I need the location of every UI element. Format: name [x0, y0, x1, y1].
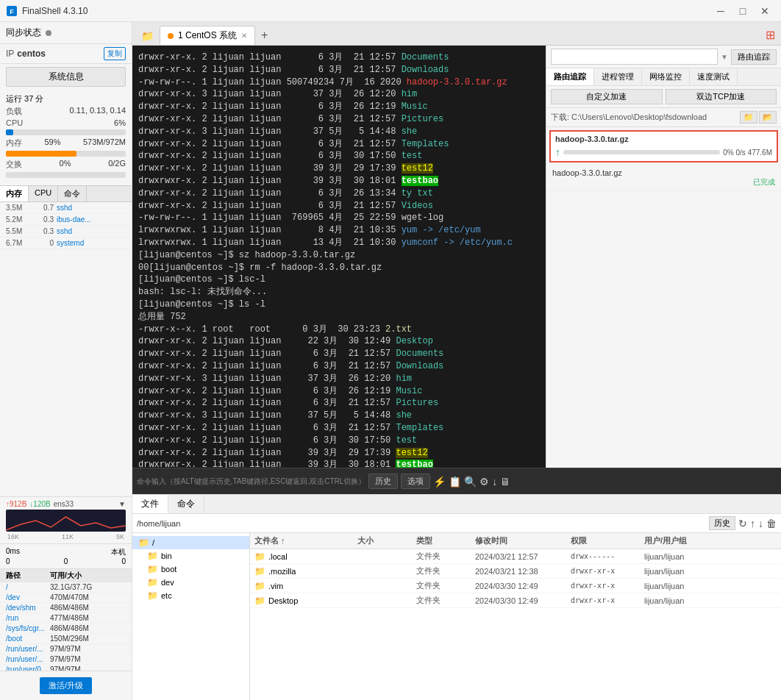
sidebar-bottom: 激活/升级 — [0, 671, 132, 700]
panel-tab-route[interactable]: 路由追踪 — [546, 68, 594, 85]
settings-icon[interactable]: ⚙ — [479, 476, 489, 488]
add-tab-button[interactable]: + — [255, 26, 274, 45]
folder-icon[interactable]: 📁 — [135, 27, 160, 45]
fb-tab-file[interactable]: 文件 — [132, 495, 168, 513]
tab-mem[interactable]: 内存 — [0, 186, 29, 201]
panel-tab-network[interactable]: 网络监控 — [642, 68, 690, 85]
network-chart — [6, 510, 126, 532]
table-row[interactable]: 📁.mozilla 文件夹 2024/03/21 12:38 drwxr-xr-… — [250, 564, 781, 579]
terminal-line: drwxr-xr-x. 2 lijuan lijuan 6 3月 26 12:1… — [138, 101, 540, 113]
col-name: 文件名 ↑ — [254, 535, 357, 546]
col-type: 类型 — [416, 535, 475, 546]
list-item: 5.5M 0.3 sshd — [0, 226, 132, 238]
maximize-button[interactable]: □ — [732, 4, 753, 18]
monitor-icon[interactable]: 🖥 — [500, 476, 510, 488]
terminal[interactable]: drwxr-xr-x. 2 lijuan lijuan 6 3月 21 12:5… — [132, 46, 546, 468]
table-row[interactable]: 📁.local 文件夹 2024/03/21 12:57 drwx------ … — [250, 549, 781, 564]
file-date: 2024/03/30 12:49 — [475, 582, 571, 590]
fb-history-button[interactable]: 历史 — [709, 516, 735, 530]
terminal-line: drwxr-xr-x. 2 lijuan lijuan 6 3月 21 12:5… — [138, 113, 540, 126]
route-trace-button[interactable]: 路由追踪 — [731, 49, 777, 65]
select-folder-button[interactable]: 📂 — [759, 111, 777, 124]
list-item: 3.5M 0.7 sshd — [0, 202, 132, 214]
history-button[interactable]: 历史 — [368, 474, 398, 489]
speed-buttons-row: 自定义加速 双边TCP加速 — [546, 86, 781, 108]
col-user: 用户/用户组 — [644, 535, 777, 546]
activate-button[interactable]: 激活/升级 — [40, 677, 92, 694]
tree-item-root[interactable]: 📁 / — [132, 536, 249, 549]
terminal-line: lrwxrwxrwx. 1 lijuan lijuan 8 4月 21 10:3… — [138, 224, 540, 237]
proc-mem: 6.7M — [6, 239, 35, 247]
terminal-line: 总用量 752 — [138, 311, 540, 324]
fb-refresh-icon[interactable]: ↻ — [738, 518, 747, 529]
disk-val: 97M/97M — [50, 665, 126, 671]
main-layout: 同步状态 IP centos 复制 系统信息 运行 37 分 负载 0.11, … — [0, 22, 781, 700]
list-item: /boot150M/296M — [0, 634, 132, 644]
cpu-progress-bar-wrap — [6, 129, 126, 135]
route-dropdown-icon: ▼ — [721, 53, 728, 61]
list-item: /dev/shm486M/486M — [0, 603, 132, 613]
panel-tab-process[interactable]: 进程管理 — [594, 68, 642, 85]
tree-item-etc[interactable]: 📁 etc — [132, 589, 249, 602]
fb-delete-icon[interactable]: 🗑 — [766, 518, 777, 529]
file-name: .local — [268, 552, 288, 561]
disk-col-path: 路径 — [6, 571, 50, 581]
open-folder-button[interactable]: 📁 — [740, 111, 757, 124]
network-stats: ↑912B ↓120B ens33 ▼ 16K 11K 5K — [0, 496, 132, 543]
route-input[interactable] — [551, 49, 718, 65]
copy-icon[interactable]: 📋 — [449, 476, 461, 488]
download-icon[interactable]: ↓ — [492, 476, 497, 488]
tcp-speed-button[interactable]: 双边TCP加速 — [666, 89, 777, 104]
file-type: 文件夹 — [416, 565, 475, 576]
tab-cpu[interactable]: CPU — [29, 186, 58, 201]
custom-speed-button[interactable]: 自定义加速 — [551, 89, 663, 104]
fb-tab-cmd[interactable]: 命令 — [168, 495, 204, 513]
load-label: 负载 — [6, 106, 22, 117]
fb-upload-icon[interactable]: ↑ — [750, 518, 755, 529]
file-user: lijuan/lijuan — [644, 582, 777, 590]
table-row[interactable]: 📁Desktop 文件夹 2024/03/30 12:49 drwxr-xr-x… — [250, 593, 781, 608]
minimize-button[interactable]: ─ — [710, 4, 731, 18]
copy-ip-button[interactable]: 复制 — [104, 47, 126, 60]
search-icon[interactable]: 🔍 — [464, 476, 477, 488]
disk-list: /32.1G/37.7G /dev470M/470M /dev/shm486M/… — [0, 582, 132, 671]
file-date: 2024/03/21 12:38 — [475, 567, 571, 576]
tree-item-boot[interactable]: 📁 boot — [132, 562, 249, 576]
tree-item-dev[interactable]: 📁 dev — [132, 576, 249, 589]
proc-name: ibus-dae... — [54, 215, 126, 224]
swap-detail: 0/2G — [108, 159, 126, 170]
grid-view-button[interactable]: ⊞ — [763, 25, 778, 45]
table-row[interactable]: 📁.vim 文件夹 2024/03/30 12:49 drwxr-xr-x li… — [250, 579, 781, 593]
terminal-line: drwxr-xr-x. 2 lijuan lijuan 6 3月 21 12:5… — [138, 397, 540, 410]
file-date: 2024/03/21 12:57 — [475, 552, 571, 561]
content-area: 📁 1 CentOS 系统 ✕ + ⊞ drwxr-xr-x. 2 lijuan… — [132, 22, 781, 700]
disk-val: 150M/296M — [50, 635, 126, 643]
select-button[interactable]: 选项 — [401, 474, 430, 489]
load-value: 0.11, 0.13, 0.14 — [70, 106, 126, 117]
tab-cmd[interactable]: 命令 — [58, 186, 87, 201]
app-title: FinalShell 4.3.10 — [22, 6, 710, 16]
folder-icon: 📁 — [147, 551, 158, 561]
terminal-line: drwxr-xr-x. 2 lijuan lijuan 6 3月 21 12:5… — [138, 64, 540, 76]
panel-tab-speed[interactable]: 速度测试 — [690, 68, 738, 85]
active-tab[interactable]: 1 CentOS 系统 ✕ — [160, 26, 255, 45]
chart-label-16k: 16K — [7, 533, 19, 540]
net-upload: ↑912B — [6, 500, 26, 508]
fb-download-icon[interactable]: ↓ — [758, 518, 763, 529]
tab-close-icon[interactable]: ✕ — [241, 32, 247, 40]
file-type: 文件夹 — [416, 551, 475, 562]
close-button[interactable]: ✕ — [755, 4, 775, 18]
disk-path: / — [6, 583, 50, 591]
disk-header: 路径 可用/大小 — [0, 569, 132, 582]
sysinfo-button[interactable]: 系统信息 — [6, 67, 126, 87]
tab-status-dot — [168, 33, 174, 39]
disk-path: /run/user/... — [6, 655, 50, 663]
cpu-label: CPU — [6, 118, 23, 127]
file-perm: drwxr-xr-x — [571, 596, 644, 604]
tree-item-bin[interactable]: 📁 bin — [132, 549, 249, 562]
folder-icon: 📁 — [254, 596, 265, 606]
transfer-filename: hadoop-3.3.0.tar.gz — [555, 135, 772, 143]
fb-path: /home/lijuan — [137, 519, 706, 528]
cpu-value: 6% — [114, 118, 126, 127]
terminal-line: drwxr-xr-x. 2 lijuan lijuan 39 3月 29 17:… — [138, 447, 540, 460]
